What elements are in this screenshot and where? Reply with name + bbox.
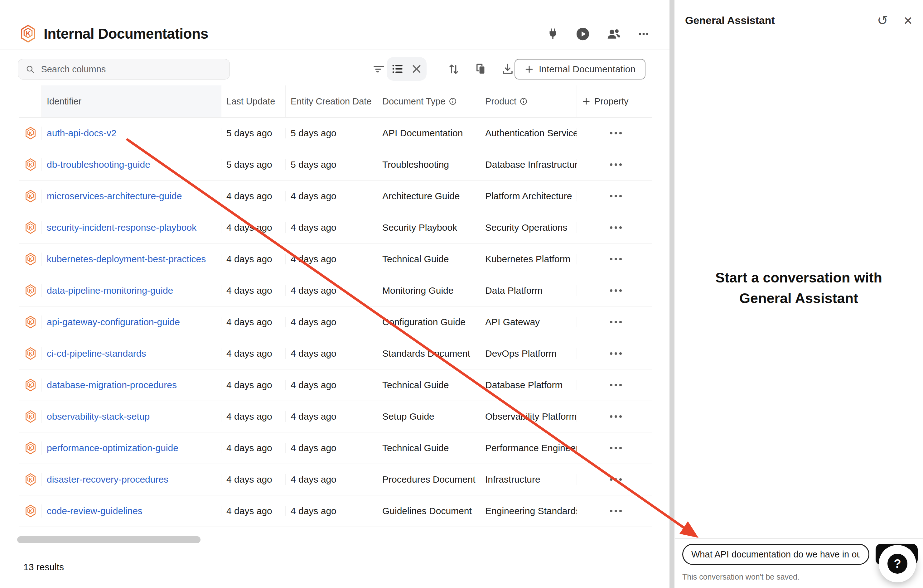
add-internal-documentation-button[interactable]: Internal Documentation — [514, 59, 645, 79]
copy-button[interactable] — [471, 59, 491, 79]
row-actions-cell — [577, 507, 652, 515]
composer-caption: This conversation won't be saved. — [682, 572, 800, 581]
row-actions-cell — [577, 287, 652, 294]
identifier-link[interactable]: kubernetes-deployment-best-practices — [47, 254, 206, 264]
asset-hexagon-icon: K — [24, 315, 37, 328]
row-more-options-button[interactable] — [608, 444, 624, 452]
question-mark-icon: ? — [887, 554, 907, 574]
assistant-message-input[interactable] — [682, 544, 869, 565]
product-cell: DevOps Platform — [480, 348, 577, 359]
asset-hexagon-icon: K — [24, 158, 37, 171]
entity-creation-cell: 4 days ago — [286, 348, 377, 359]
row-actions-cell — [577, 413, 652, 420]
table-row: K observability-stack-setup 4 days ago 4… — [19, 401, 652, 432]
identifier-link[interactable]: auth-api-docs-v2 — [47, 128, 116, 138]
asset-hexagon-icon: K — [24, 442, 37, 455]
product-cell: Authentication Service — [480, 128, 577, 138]
identifier-link[interactable]: microservices-architecture-guide — [47, 191, 182, 201]
identifier-link[interactable]: database-migration-procedures — [47, 380, 177, 390]
header-icon-cell — [19, 85, 42, 117]
users-button[interactable] — [606, 27, 621, 41]
identifier-link[interactable]: performance-optimization-guide — [47, 443, 178, 453]
asset-hexagon-icon: K — [24, 473, 37, 486]
identifier-link[interactable]: security-incident-response-playbook — [47, 222, 197, 233]
row-icon-cell: K — [19, 378, 42, 392]
asset-hexagon-icon: K — [24, 221, 37, 234]
empty-state-line1: Start a conversation with — [675, 268, 923, 288]
table-row: K security-incident-response-playbook 4 … — [19, 212, 652, 243]
document-type-cell: Technical Guide — [377, 443, 480, 453]
identifier-link[interactable]: api-gateway-configuration-guide — [47, 317, 180, 327]
product-cell: API Gateway — [480, 317, 577, 327]
identifier-link[interactable]: ci-cd-pipeline-standards — [47, 348, 146, 358]
play-button[interactable] — [576, 27, 590, 41]
row-actions-cell — [577, 192, 652, 200]
column-header-identifier[interactable]: Identifier — [42, 85, 222, 117]
column-header-entity-creation-date[interactable]: Entity Creation Date — [286, 85, 377, 117]
close-panel-button[interactable]: × — [904, 13, 912, 28]
row-more-options-button[interactable] — [608, 192, 624, 200]
main-area: K Internal Documentations — [0, 0, 670, 588]
row-icon-cell: K — [19, 158, 42, 171]
identifier-link[interactable]: observability-stack-setup — [47, 411, 149, 422]
last-update-cell: 4 days ago — [222, 222, 286, 233]
column-header-document-type[interactable]: Document Type — [377, 85, 480, 117]
identifier-link[interactable]: db-troubleshooting-guide — [47, 159, 150, 169]
row-icon-cell: K — [19, 410, 42, 423]
identifier-link[interactable]: code-review-guidelines — [47, 506, 143, 516]
table-body: K auth-api-docs-v2 5 days ago 5 days ago… — [19, 118, 652, 527]
add-property-button[interactable]: Property — [577, 85, 652, 117]
last-update-cell: 4 days ago — [222, 506, 286, 516]
list-icon — [391, 62, 404, 76]
sort-button[interactable] — [443, 59, 464, 79]
row-more-options-button[interactable] — [608, 161, 624, 168]
integration-plug-button[interactable] — [546, 28, 559, 41]
asset-hexagon-icon: K — [24, 284, 37, 297]
entity-creation-cell: 4 days ago — [286, 254, 377, 264]
column-header-product[interactable]: Product — [480, 85, 577, 117]
row-more-options-button[interactable] — [608, 318, 624, 326]
empty-state-line2: General Assistant — [675, 288, 923, 309]
reset-icon: ↺ — [877, 14, 888, 27]
document-type-cell: Configuration Guide — [377, 317, 480, 327]
document-type-cell: Setup Guide — [377, 411, 480, 422]
row-icon-cell: K — [19, 504, 42, 517]
product-cell: Platform Architecture — [480, 191, 577, 201]
column-header-last-update[interactable]: Last Update — [222, 85, 286, 117]
help-bubble-button[interactable]: ? — [879, 545, 916, 582]
list-view-button[interactable] — [391, 62, 404, 76]
entity-creation-cell: 4 days ago — [286, 285, 377, 296]
search-icon — [26, 64, 34, 74]
plus-icon — [582, 97, 591, 106]
row-more-options-button[interactable] — [608, 381, 624, 389]
row-more-options-button[interactable] — [608, 130, 624, 137]
panel-divider[interactable] — [670, 0, 675, 588]
row-more-options-button[interactable] — [608, 224, 624, 232]
row-icon-cell: K — [19, 315, 42, 328]
table-row: K api-gateway-configuration-guide 4 days… — [19, 307, 652, 338]
row-more-options-button[interactable] — [608, 413, 624, 420]
document-type-cell: API Documentation — [377, 128, 480, 138]
row-more-options-button[interactable] — [608, 350, 624, 357]
svg-text:K: K — [29, 288, 32, 293]
row-more-options-button[interactable] — [608, 255, 624, 263]
document-type-cell: Technical Guide — [377, 254, 480, 264]
row-actions-cell — [577, 161, 652, 168]
identifier-link[interactable]: disaster-recovery-procedures — [47, 474, 168, 485]
reset-conversation-button[interactable]: ↺ — [877, 14, 888, 27]
entity-creation-cell: 4 days ago — [286, 222, 377, 233]
search-input[interactable] — [40, 64, 222, 75]
table-row: K db-troubleshooting-guide 5 days ago 5 … — [19, 149, 652, 181]
row-actions-cell — [577, 381, 652, 389]
svg-text:K: K — [29, 320, 32, 325]
assistant-panel: General Assistant ↺ × Start a conversati… — [675, 0, 923, 588]
row-more-options-button[interactable] — [608, 507, 624, 515]
row-more-options-button[interactable] — [608, 287, 624, 294]
more-options-button[interactable] — [637, 28, 650, 40]
clear-view-button[interactable] — [411, 63, 422, 74]
row-icon-cell: K — [19, 253, 42, 266]
row-actions-cell — [577, 444, 652, 452]
identifier-link[interactable]: data-pipeline-monitoring-guide — [47, 285, 173, 296]
row-more-options-button[interactable] — [608, 476, 624, 483]
horizontal-scrollbar[interactable] — [17, 536, 200, 543]
